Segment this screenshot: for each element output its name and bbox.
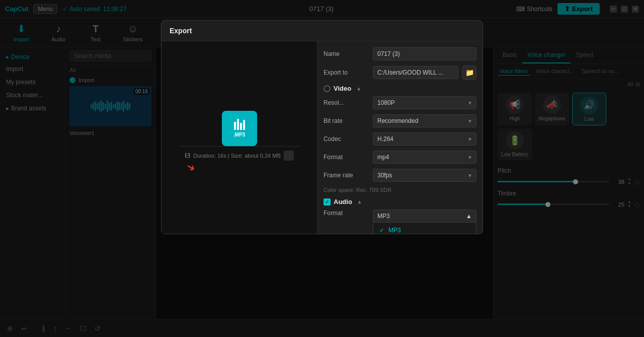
framerate-select[interactable]: 30fps bbox=[373, 169, 476, 182]
audio-format-row: Format MP3 ▲ ✓ MP3 bbox=[324, 210, 476, 223]
export-dialog: Export .MP3 ➜ 🎞 Duration: 16s bbox=[161, 20, 483, 234]
codec-label: Codec bbox=[324, 136, 369, 143]
film-icon: 🎞 bbox=[185, 153, 190, 159]
audio-format-trigger[interactable]: MP3 ▲ bbox=[373, 210, 476, 223]
framerate-label: Frame rate bbox=[324, 172, 369, 179]
export-dialog-overlay: Export .MP3 ➜ 🎞 Duration: 16s bbox=[0, 0, 644, 337]
codec-select[interactable]: H.264 bbox=[373, 132, 476, 146]
video-section-title: Video bbox=[334, 85, 351, 92]
export-to-label: Export to bbox=[324, 69, 369, 76]
audio-caret-icon: ▲ bbox=[357, 199, 362, 205]
video-section-toggle: Video ▲ bbox=[324, 85, 476, 92]
audio-format-label: Format bbox=[324, 210, 369, 217]
video-format-row: Format mp4 ▼ bbox=[324, 151, 476, 164]
resolution-label: Resol... bbox=[324, 99, 369, 106]
format-option-mp3[interactable]: ✓ MP3 bbox=[373, 223, 476, 234]
dialog-settings: Name Export to 📁 Video ▲ bbox=[317, 41, 482, 234]
audio-section-toggle[interactable]: ✓ Audio ▲ bbox=[324, 198, 476, 206]
video-format-select[interactable]: mp4 bbox=[373, 151, 476, 164]
bitrate-row: Bit rate Recommended ▼ bbox=[324, 114, 476, 127]
dialog-title: Export bbox=[162, 21, 482, 41]
name-input[interactable] bbox=[373, 47, 476, 60]
mp3-icon: .MP3 bbox=[222, 111, 257, 146]
checkmark-icon: ✓ bbox=[379, 227, 384, 234]
folder-icon: 📁 bbox=[465, 69, 474, 77]
audio-format-dropdown: ✓ MP3 WAV AAC bbox=[373, 223, 476, 234]
codec-select-wrapper: H.264 ▼ bbox=[373, 132, 476, 146]
resolution-row: Resol... 1080P ▼ bbox=[324, 96, 476, 109]
audio-format-value: MP3 bbox=[377, 213, 390, 220]
dropdown-arrow-icon: ▲ bbox=[466, 213, 472, 220]
resolution-select-wrapper: 1080P ▼ bbox=[373, 96, 476, 109]
dialog-footer: 🎞 Duration: 16s | Size: about 0.24 MB bbox=[179, 146, 299, 165]
codec-row: Codec H.264 ▼ bbox=[324, 132, 476, 146]
folder-button[interactable]: 📁 bbox=[462, 65, 476, 80]
framerate-select-wrapper: 30fps ▼ bbox=[373, 169, 476, 182]
export-to-row: Export to 📁 bbox=[324, 65, 476, 80]
audio-format-dropdown-container: MP3 ▲ ✓ MP3 WAV bbox=[373, 210, 476, 223]
video-caret-icon: ▲ bbox=[356, 86, 361, 91]
mp3-label: .MP3 bbox=[233, 132, 245, 138]
name-label: Name bbox=[324, 50, 369, 57]
video-radio[interactable] bbox=[324, 85, 331, 92]
format-mp3-label: MP3 bbox=[388, 227, 401, 234]
video-format-label: Format bbox=[324, 154, 369, 161]
color-space-text: Color space: Rec. 709 SDR bbox=[324, 187, 476, 193]
dialog-preview: .MP3 ➜ 🎞 Duration: 16s | Size: about 0.2… bbox=[162, 41, 317, 234]
resolution-select[interactable]: 1080P bbox=[373, 96, 476, 109]
export-confirm-btn[interactable] bbox=[284, 151, 294, 161]
dialog-body: .MP3 ➜ 🎞 Duration: 16s | Size: about 0.2… bbox=[162, 41, 482, 234]
video-format-select-wrapper: mp4 ▼ bbox=[373, 151, 476, 164]
bitrate-select-wrapper: Recommended ▼ bbox=[373, 114, 476, 127]
audio-checkbox[interactable]: ✓ bbox=[324, 198, 331, 206]
bitrate-select[interactable]: Recommended bbox=[373, 114, 476, 127]
export-path-input[interactable] bbox=[373, 66, 458, 79]
bitrate-label: Bit rate bbox=[324, 117, 369, 124]
name-row: Name bbox=[324, 47, 476, 60]
framerate-row: Frame rate 30fps ▼ bbox=[324, 169, 476, 182]
file-info: Duration: 16s | Size: about 0.24 MB bbox=[193, 153, 280, 159]
audio-section-title: Audio bbox=[334, 198, 352, 206]
